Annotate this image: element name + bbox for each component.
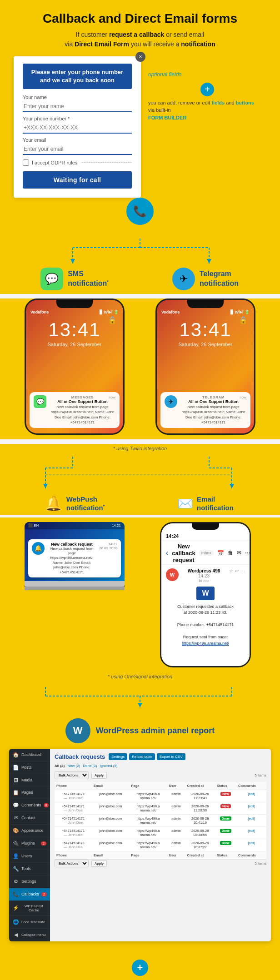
plugins-badge: 2	[41, 841, 46, 846]
edit-link[interactable]: [edit]	[248, 829, 255, 832]
edit-link[interactable]: [edit]	[248, 841, 255, 845]
email-action-icons: 📅 🗑 ✉ ⋯	[217, 550, 250, 556]
mail-icon[interactable]: ✉	[237, 550, 241, 556]
email-phone-col: 14:24 ‹ New callback request Inbox 📅 🗑 ✉…	[146, 522, 264, 667]
apply-button[interactable]: Apply	[91, 772, 107, 779]
bulk-actions-select-bottom[interactable]: Bulk Actions	[55, 860, 89, 867]
sidebar-item-pages[interactable]: 📋 Pages	[9, 786, 50, 799]
phone-input[interactable]	[23, 123, 132, 134]
sidebar-item-media[interactable]: 🖼 Media	[9, 774, 50, 786]
telegram-phone-col: Vodafone ▊ WiFi 🔋 🔒 13:41 Saturday, 26 S…	[146, 298, 264, 435]
laptop-bezel	[25, 581, 125, 587]
sidebar-item-users[interactable]: 👤 Users	[9, 850, 50, 863]
cache-icon: ⚡	[13, 905, 19, 911]
sidebar-item-loco[interactable]: 🌐 Loco Translate	[9, 916, 50, 929]
trash-icon[interactable]: 🗑	[228, 550, 233, 556]
settings-button[interactable]: Settings	[109, 753, 127, 760]
phone-circle-container: 📞	[14, 198, 266, 225]
twilio-note-section: * using Twilio integration	[0, 444, 280, 457]
tab-done[interactable]: Done (3)	[83, 764, 97, 768]
cell-created: 2020-09-2810:41:16	[185, 814, 215, 826]
export-button[interactable]: Export to CSV	[157, 753, 185, 760]
back-arrow-icon[interactable]: ‹	[166, 549, 168, 557]
foot-user: User	[167, 851, 185, 859]
lock-icon: 🔒	[108, 316, 117, 324]
edit-link[interactable]: [edit]	[248, 817, 255, 820]
sidebar-item-posts[interactable]: 📄 Posts	[9, 761, 50, 774]
close-button[interactable]: ×	[135, 52, 145, 62]
cell-comment: [edit]	[236, 802, 266, 814]
form-section: × Please enter your phone number and we …	[0, 56, 280, 239]
edit-link[interactable]: [edit]	[248, 805, 255, 808]
callbacks-icon: 📞	[13, 891, 19, 897]
wp-logo-container: W	[166, 587, 245, 600]
bell-icon: 🔔	[45, 495, 63, 512]
name-input[interactable]	[23, 101, 132, 112]
more-icon[interactable]: ⋯	[245, 550, 250, 556]
arrows-svg-middle	[9, 457, 271, 493]
col-comments: Comments	[236, 782, 266, 790]
sidebar-item-comments[interactable]: 💬 Comments 8	[9, 799, 50, 812]
tg-push-notification: ✈ TELEGRAM All in One Support Button New…	[160, 392, 250, 428]
sidebar-item-wp-cache[interactable]: ⚡ WP Fastest Cache	[9, 901, 50, 916]
edit-link[interactable]: [edit]	[248, 792, 255, 796]
sidebar-item-contact[interactable]: ✉ Contact	[9, 812, 50, 825]
form-title: Please enter your phone number and we ca…	[23, 64, 132, 89]
tab-new[interactable]: New (2)	[67, 764, 80, 768]
phone-notch	[56, 300, 93, 308]
email-subject: New callback request	[172, 543, 195, 563]
sidebar-item-tools[interactable]: 🔧 Tools	[9, 863, 50, 876]
arrows-middle	[0, 457, 280, 495]
header-section: Callback and Direct Email forms If custo…	[0, 0, 280, 56]
sidebar-item-collapse[interactable]: ◀ Collapse menu	[9, 929, 50, 941]
col-user: User	[167, 782, 185, 790]
sidebar-label-appearance: Appearance	[21, 828, 44, 833]
sidebar-item-callbacks[interactable]: 📞 Callbacks 2	[9, 888, 50, 901]
table-row: +54714514171— John Doe john@doe.com http…	[55, 826, 266, 839]
webpush-label-text: WebPushnotification*	[66, 495, 105, 512]
bulk-actions-select[interactable]: Bulk Actions	[55, 771, 89, 779]
sms-notif-title: All in One Support Button	[50, 399, 115, 404]
telegram-notification-col: ✈ Telegramnotification	[146, 268, 264, 294]
gdpr-checkbox[interactable]	[23, 159, 29, 166]
tab-ignored[interactable]: Ignored (5)	[100, 764, 117, 768]
submit-button[interactable]: Waiting for call	[23, 171, 132, 189]
webpush-icon-row: 🔔 WebPushnotification*	[15, 495, 133, 512]
contact-icon: ✉	[13, 815, 19, 821]
calendar-icon[interactable]: 📅	[217, 550, 224, 556]
email-input[interactable]	[23, 144, 132, 155]
phone-icon: 📞	[133, 205, 147, 218]
add-description: you can add, remove or edit fields and b…	[148, 99, 266, 122]
annotation-section: optional fields + you can add, remove or…	[148, 56, 266, 122]
page-title: Callback and Direct Email forms	[18, 11, 262, 26]
reply-icon[interactable]: ↩	[235, 568, 239, 573]
sidebar-item-settings[interactable]: ⚙ Settings	[9, 876, 50, 888]
cell-email: john@doe.com	[92, 802, 130, 814]
cell-comment: [edit]	[236, 826, 266, 839]
tg-app-name: TELEGRAM	[180, 395, 246, 399]
laptop-screen: ⬛ EN 14:21 🔔 New callback request New ca…	[25, 522, 125, 581]
reload-button[interactable]: Reload table	[129, 753, 155, 760]
tg-phone-time: 13:41	[179, 319, 231, 341]
email-link[interactable]: https://wp496.areama.net/	[182, 641, 229, 646]
webpush-label-col: 🔔 WebPushnotification*	[15, 495, 133, 515]
sidebar-item-dashboard[interactable]: 🏠 Dashboard	[9, 749, 50, 761]
sidebar-item-plugins[interactable]: 🔌 Plugins 2	[9, 837, 50, 850]
phone-icon-circle: 📞	[126, 198, 154, 225]
tab-all[interactable]: All (2)	[55, 764, 65, 768]
comments-badge: 8	[44, 803, 49, 807]
table-row: +54714514171— John Doe john@doe.com http…	[55, 839, 266, 851]
sidebar-label-tools: Tools	[21, 866, 31, 871]
cell-created: 2020-09-2803:38:55	[185, 826, 215, 839]
tg-app-icon: ✈	[165, 395, 177, 408]
svg-marker-21	[138, 703, 142, 707]
sms-notification-col: 💬 SMSnotification*	[15, 268, 133, 294]
star-icon[interactable]: ☆	[229, 568, 233, 573]
cell-email: john@doe.com	[92, 839, 130, 851]
sms-phone-mockup: Vodafone ▊ WiFi 🔋 🔒 13:41 Saturday, 26 S…	[25, 298, 125, 435]
apply-button-bottom[interactable]: Apply	[91, 860, 107, 867]
more-options-icon[interactable]: ⋯	[240, 568, 245, 573]
loco-icon: 🌐	[13, 919, 19, 925]
sidebar-item-appearance[interactable]: 🎨 Appearance	[9, 825, 50, 837]
add-annotation: + you can add, remove or edit fields and…	[148, 83, 266, 122]
